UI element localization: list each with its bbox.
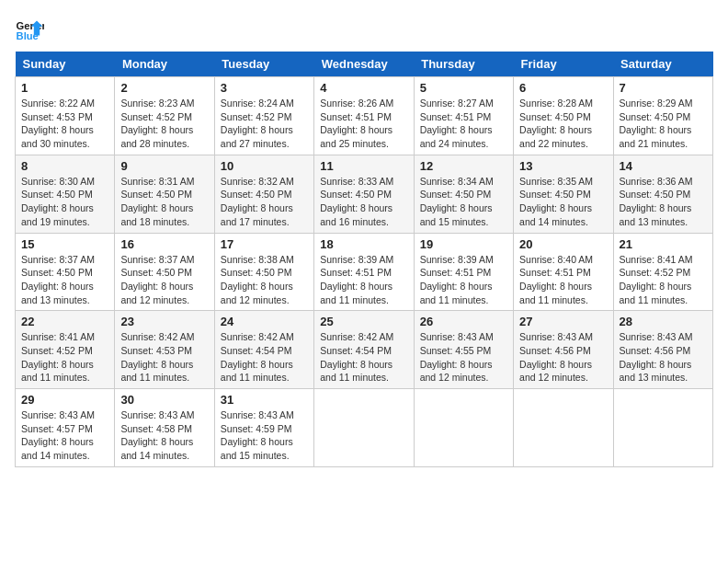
day-number: 22 bbox=[21, 315, 108, 328]
calendar-cell: 26Sunrise: 8:43 AMSunset: 4:55 PMDayligh… bbox=[414, 311, 513, 389]
calendar-cell: 11Sunrise: 8:33 AMSunset: 4:50 PMDayligh… bbox=[314, 155, 414, 233]
calendar-cell bbox=[414, 389, 513, 467]
calendar-cell: 21Sunrise: 8:41 AMSunset: 4:52 PMDayligh… bbox=[613, 233, 712, 311]
day-detail: Sunrise: 8:24 AMSunset: 4:52 PMDaylight:… bbox=[221, 97, 308, 151]
day-detail: Sunrise: 8:39 AMSunset: 4:51 PMDaylight:… bbox=[420, 253, 507, 307]
day-detail: Sunrise: 8:43 AMSunset: 4:58 PMDaylight:… bbox=[120, 408, 208, 463]
calendar-cell: 22Sunrise: 8:41 AMSunset: 4:52 PMDayligh… bbox=[16, 311, 115, 389]
day-number: 21 bbox=[620, 237, 707, 251]
calendar-cell: 6Sunrise: 8:28 AMSunset: 4:50 PMDaylight… bbox=[514, 77, 613, 155]
day-detail: Sunrise: 8:38 AMSunset: 4:50 PMDaylight:… bbox=[221, 253, 308, 307]
calendar-cell: 15Sunrise: 8:37 AMSunset: 4:50 PMDayligh… bbox=[16, 233, 115, 311]
day-detail: Sunrise: 8:42 AMSunset: 4:54 PMDaylight:… bbox=[221, 330, 308, 385]
day-number: 25 bbox=[320, 315, 407, 328]
day-number: 24 bbox=[221, 315, 308, 328]
day-number: 16 bbox=[120, 237, 208, 251]
day-detail: Sunrise: 8:29 AMSunset: 4:50 PMDaylight:… bbox=[620, 97, 707, 151]
day-number: 2 bbox=[120, 81, 208, 95]
day-number: 5 bbox=[420, 81, 507, 95]
day-number: 15 bbox=[21, 237, 108, 251]
day-detail: Sunrise: 8:37 AMSunset: 4:50 PMDaylight:… bbox=[21, 253, 108, 307]
day-number: 6 bbox=[519, 81, 607, 95]
calendar-header-sunday: Sunday bbox=[16, 52, 115, 77]
day-number: 8 bbox=[21, 159, 108, 173]
calendar-header-row: SundayMondayTuesdayWednesdayThursdayFrid… bbox=[16, 52, 713, 77]
day-number: 20 bbox=[519, 237, 607, 251]
calendar-cell bbox=[514, 389, 613, 467]
day-number: 14 bbox=[620, 159, 707, 173]
calendar-week-row: 8Sunrise: 8:30 AMSunset: 4:50 PMDaylight… bbox=[16, 155, 713, 233]
calendar-table: SundayMondayTuesdayWednesdayThursdayFrid… bbox=[15, 52, 713, 467]
day-number: 18 bbox=[320, 237, 407, 251]
day-detail: Sunrise: 8:43 AMSunset: 4:55 PMDaylight:… bbox=[420, 330, 507, 385]
day-detail: Sunrise: 8:37 AMSunset: 4:50 PMDaylight:… bbox=[120, 253, 208, 307]
day-detail: Sunrise: 8:43 AMSunset: 4:57 PMDaylight:… bbox=[21, 408, 108, 463]
day-detail: Sunrise: 8:30 AMSunset: 4:50 PMDaylight:… bbox=[21, 175, 108, 229]
calendar-cell: 28Sunrise: 8:43 AMSunset: 4:56 PMDayligh… bbox=[613, 311, 712, 389]
calendar-cell: 20Sunrise: 8:40 AMSunset: 4:51 PMDayligh… bbox=[514, 233, 613, 311]
day-detail: Sunrise: 8:42 AMSunset: 4:54 PMDaylight:… bbox=[320, 330, 407, 385]
calendar-cell: 25Sunrise: 8:42 AMSunset: 4:54 PMDayligh… bbox=[314, 311, 414, 389]
day-detail: Sunrise: 8:31 AMSunset: 4:50 PMDaylight:… bbox=[120, 175, 208, 229]
calendar-cell: 31Sunrise: 8:43 AMSunset: 4:59 PMDayligh… bbox=[214, 389, 313, 467]
calendar-cell: 27Sunrise: 8:43 AMSunset: 4:56 PMDayligh… bbox=[514, 311, 613, 389]
calendar-cell: 7Sunrise: 8:29 AMSunset: 4:50 PMDaylight… bbox=[613, 77, 712, 155]
calendar-cell: 18Sunrise: 8:39 AMSunset: 4:51 PMDayligh… bbox=[314, 233, 414, 311]
day-number: 29 bbox=[21, 393, 108, 407]
calendar-week-row: 1Sunrise: 8:22 AMSunset: 4:53 PMDaylight… bbox=[16, 77, 713, 155]
calendar-header-monday: Monday bbox=[115, 52, 214, 77]
day-number: 13 bbox=[519, 159, 607, 173]
day-detail: Sunrise: 8:34 AMSunset: 4:50 PMDaylight:… bbox=[420, 175, 507, 229]
day-number: 31 bbox=[221, 393, 308, 407]
day-detail: Sunrise: 8:43 AMSunset: 4:59 PMDaylight:… bbox=[221, 408, 308, 463]
calendar-week-row: 15Sunrise: 8:37 AMSunset: 4:50 PMDayligh… bbox=[16, 233, 713, 311]
calendar-header-tuesday: Tuesday bbox=[214, 52, 313, 77]
calendar-cell: 17Sunrise: 8:38 AMSunset: 4:50 PMDayligh… bbox=[214, 233, 313, 311]
calendar-cell: 9Sunrise: 8:31 AMSunset: 4:50 PMDaylight… bbox=[115, 155, 214, 233]
day-number: 19 bbox=[420, 237, 507, 251]
day-number: 17 bbox=[221, 237, 308, 251]
day-detail: Sunrise: 8:41 AMSunset: 4:52 PMDaylight:… bbox=[620, 253, 707, 307]
calendar-cell: 2Sunrise: 8:23 AMSunset: 4:52 PMDaylight… bbox=[115, 77, 214, 155]
day-number: 23 bbox=[120, 315, 208, 328]
day-detail: Sunrise: 8:35 AMSunset: 4:50 PMDaylight:… bbox=[519, 175, 607, 229]
day-number: 11 bbox=[320, 159, 407, 173]
day-number: 9 bbox=[120, 159, 208, 173]
calendar-week-row: 22Sunrise: 8:41 AMSunset: 4:52 PMDayligh… bbox=[16, 311, 713, 389]
day-detail: Sunrise: 8:28 AMSunset: 4:50 PMDaylight:… bbox=[519, 97, 607, 151]
day-detail: Sunrise: 8:43 AMSunset: 4:56 PMDaylight:… bbox=[519, 330, 607, 385]
day-detail: Sunrise: 8:26 AMSunset: 4:51 PMDaylight:… bbox=[320, 97, 407, 151]
logo-icon: General Blue bbox=[15, 15, 44, 44]
day-detail: Sunrise: 8:33 AMSunset: 4:50 PMDaylight:… bbox=[320, 175, 407, 229]
calendar-cell: 1Sunrise: 8:22 AMSunset: 4:53 PMDaylight… bbox=[16, 77, 115, 155]
calendar-cell: 8Sunrise: 8:30 AMSunset: 4:50 PMDaylight… bbox=[16, 155, 115, 233]
page-header: General Blue bbox=[15, 15, 713, 44]
calendar-cell: 10Sunrise: 8:32 AMSunset: 4:50 PMDayligh… bbox=[214, 155, 313, 233]
calendar-cell: 5Sunrise: 8:27 AMSunset: 4:51 PMDaylight… bbox=[414, 77, 513, 155]
day-number: 28 bbox=[620, 315, 707, 328]
day-detail: Sunrise: 8:39 AMSunset: 4:51 PMDaylight:… bbox=[320, 253, 407, 307]
day-detail: Sunrise: 8:41 AMSunset: 4:52 PMDaylight:… bbox=[21, 330, 108, 385]
day-detail: Sunrise: 8:43 AMSunset: 4:56 PMDaylight:… bbox=[620, 330, 707, 385]
day-number: 26 bbox=[420, 315, 507, 328]
calendar-header-saturday: Saturday bbox=[613, 52, 712, 77]
day-detail: Sunrise: 8:27 AMSunset: 4:51 PMDaylight:… bbox=[420, 97, 507, 151]
day-detail: Sunrise: 8:22 AMSunset: 4:53 PMDaylight:… bbox=[21, 97, 108, 151]
day-number: 1 bbox=[21, 81, 108, 95]
day-number: 12 bbox=[420, 159, 507, 173]
calendar-cell: 3Sunrise: 8:24 AMSunset: 4:52 PMDaylight… bbox=[214, 77, 313, 155]
day-number: 7 bbox=[620, 81, 707, 95]
day-number: 3 bbox=[221, 81, 308, 95]
calendar-cell: 4Sunrise: 8:26 AMSunset: 4:51 PMDaylight… bbox=[314, 77, 414, 155]
logo: General Blue bbox=[15, 15, 44, 44]
day-detail: Sunrise: 8:32 AMSunset: 4:50 PMDaylight:… bbox=[221, 175, 308, 229]
calendar-cell: 12Sunrise: 8:34 AMSunset: 4:50 PMDayligh… bbox=[414, 155, 513, 233]
calendar-cell: 14Sunrise: 8:36 AMSunset: 4:50 PMDayligh… bbox=[613, 155, 712, 233]
calendar-cell: 29Sunrise: 8:43 AMSunset: 4:57 PMDayligh… bbox=[16, 389, 115, 467]
calendar-cell: 23Sunrise: 8:42 AMSunset: 4:53 PMDayligh… bbox=[115, 311, 214, 389]
day-number: 30 bbox=[120, 393, 208, 407]
day-detail: Sunrise: 8:23 AMSunset: 4:52 PMDaylight:… bbox=[120, 97, 208, 151]
calendar-cell bbox=[613, 389, 712, 467]
calendar-header-friday: Friday bbox=[514, 52, 613, 77]
calendar-week-row: 29Sunrise: 8:43 AMSunset: 4:57 PMDayligh… bbox=[16, 389, 713, 467]
